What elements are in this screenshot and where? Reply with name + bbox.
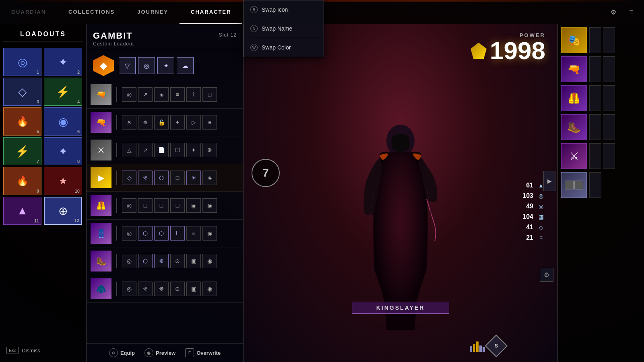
- loadout-slot-4[interactable]: ⚡ 4: [44, 78, 82, 106]
- class-grid-1: [565, 181, 574, 189]
- perk-3-5[interactable]: ✦: [186, 143, 201, 157]
- perk-5-5[interactable]: ▣: [186, 198, 201, 213]
- nav-character[interactable]: CHARACTER: [180, 0, 242, 24]
- mod-slot-3[interactable]: ✦: [157, 57, 174, 74]
- preview-button[interactable]: ◉ Preview: [144, 348, 175, 357]
- mod-slot-4[interactable]: ☁: [177, 57, 194, 74]
- perk-5-2[interactable]: □: [138, 198, 153, 213]
- loadout-slot-8[interactable]: ✦ 8: [44, 137, 82, 165]
- perk-1-2[interactable]: ↗: [138, 87, 153, 102]
- loadout-slot-2[interactable]: ✦ 2: [44, 48, 82, 76]
- perk-8-4[interactable]: ⊙: [170, 282, 185, 296]
- perk-7-4[interactable]: ⊙: [170, 254, 185, 268]
- perk-4-2[interactable]: ❈: [138, 171, 153, 185]
- loadout-slot-11[interactable]: ▲ 11: [3, 197, 41, 225]
- loadout-row-4[interactable]: ▶ ◇ ❈ ⬡ □ ☀ ◈: [87, 164, 243, 192]
- perk-8-3[interactable]: ❋: [154, 282, 169, 296]
- loadout-slot-1[interactable]: ◎ 1: [3, 48, 41, 76]
- perk-2-3[interactable]: 🔒: [154, 115, 169, 130]
- perk-5-3[interactable]: □: [154, 198, 169, 213]
- loadout-row-6[interactable]: 👖 ◎ ⬡ ⬡ L ○ ◉: [87, 220, 243, 247]
- perk-4-5[interactable]: ☀: [186, 171, 201, 185]
- perk-7-2[interactable]: ⬡: [138, 254, 153, 268]
- perk-4-3[interactable]: ⬡: [154, 171, 169, 185]
- nav-collections[interactable]: COLLECTIONS: [57, 0, 126, 24]
- settings-icon[interactable]: ⚙: [540, 268, 553, 282]
- mod-slot-2[interactable]: ◎: [138, 57, 155, 74]
- loadout-row-8[interactable]: 🧥 ◎ ❈ ❋ ⊙ ▣ ◉: [87, 275, 243, 303]
- loadout-row-5[interactable]: 🦺 ◎ □ □ □ ▣ ◉: [87, 192, 243, 220]
- perk-3-3[interactable]: 📄: [154, 143, 169, 157]
- item-thumb-1: 🔫: [91, 84, 111, 105]
- equip-button[interactable]: ⊙ Equip: [109, 348, 135, 357]
- perk-5-1[interactable]: ◎: [122, 198, 136, 213]
- equip-thumb-legs[interactable]: 🥾: [561, 114, 587, 140]
- dismiss-button[interactable]: Esc Dismiss: [6, 347, 40, 354]
- perk-1-5[interactable]: ⌇: [186, 87, 201, 102]
- equip-thumb-chest[interactable]: 🦺: [561, 85, 587, 111]
- perk-3-4[interactable]: ☐: [170, 143, 185, 157]
- perk-7-5[interactable]: ▣: [186, 254, 201, 268]
- perk-3-2[interactable]: ↗: [138, 143, 153, 157]
- loadout-slot-10[interactable]: ★ 10: [44, 167, 82, 195]
- loadout-row-3[interactable]: ⚔ △ ↗ 📄 ☐ ✦ ❋: [87, 136, 243, 164]
- emblem-icon[interactable]: ◆: [93, 55, 114, 76]
- loadout-row-7[interactable]: 🥾 ◎ ⬡ ❋ ⊙ ▣ ◉: [87, 247, 243, 275]
- perk-2-2[interactable]: ✵: [138, 115, 153, 130]
- nav-journey[interactable]: JOURNEY: [126, 0, 180, 24]
- perk-1-4[interactable]: ≡: [170, 87, 185, 102]
- settings-nav-icon[interactable]: ⚙: [607, 6, 620, 19]
- perk-1-1[interactable]: ◎: [122, 87, 136, 102]
- perk-2-6[interactable]: ≡: [202, 115, 217, 130]
- perk-8-1[interactable]: ◎: [122, 282, 136, 296]
- menu-nav-icon[interactable]: ≡: [625, 6, 638, 19]
- perk-4-1[interactable]: ◇: [122, 171, 136, 185]
- loadout-slot-5[interactable]: 🔥 5: [3, 107, 41, 136]
- perk-5-4[interactable]: □: [170, 198, 185, 213]
- loadout-row-2[interactable]: 🔫 ✕ ✵ 🔒 ✦ ▷ ≡: [87, 109, 243, 136]
- loadout-slot-3[interactable]: ◇ 3: [3, 78, 41, 106]
- loadout-row-1[interactable]: 🔫 ◎ ↗ ◈ ≡ ⌇ □: [87, 81, 243, 109]
- nav-guardian[interactable]: GUARDIAN: [0, 0, 57, 24]
- loadout-slot-7[interactable]: ⚡ 7: [3, 137, 41, 165]
- item-thumb-4: ▶: [91, 167, 111, 188]
- mod-slot-1[interactable]: ▽: [119, 57, 136, 74]
- perk-7-1[interactable]: ◎: [122, 254, 136, 268]
- perk-3-6[interactable]: ❋: [202, 143, 217, 157]
- perk-5-6[interactable]: ◉: [202, 198, 217, 213]
- loadout-slot-6[interactable]: ◉ 6: [44, 107, 82, 136]
- perk-6-4[interactable]: L: [170, 226, 185, 241]
- perk-6-1[interactable]: ◎: [122, 226, 136, 241]
- equip-thumb-artifact[interactable]: ⚔: [561, 143, 587, 169]
- loadout-slot-9[interactable]: 🔥 9: [3, 167, 41, 195]
- swap-color-item[interactable]: W Swap Color: [244, 38, 324, 57]
- slot-8-num: 8: [77, 159, 80, 164]
- loadout-slot-12[interactable]: ⊕ 12: [44, 197, 82, 225]
- perk-8-5[interactable]: ▣: [186, 282, 201, 296]
- perk-4-6[interactable]: ◈: [202, 171, 217, 185]
- swap-name-item[interactable]: N Swap Name: [244, 19, 324, 38]
- perk-6-6[interactable]: ◉: [202, 226, 217, 241]
- perk-2-1[interactable]: ✕: [122, 115, 136, 130]
- perk-7-3[interactable]: ❋: [154, 254, 169, 268]
- perk-2-4[interactable]: ✦: [170, 115, 185, 130]
- equip-thumb-class[interactable]: [561, 172, 587, 198]
- perk-6-5[interactable]: ○: [186, 226, 201, 241]
- perk-7-6[interactable]: ◉: [202, 254, 217, 268]
- overwrite-button[interactable]: F Overwrite: [185, 348, 221, 357]
- perk-3-1[interactable]: △: [122, 143, 136, 157]
- perk-8-2[interactable]: ❈: [138, 282, 153, 296]
- equip-thumb-arms[interactable]: 🔫: [561, 56, 587, 82]
- perk-4-4[interactable]: □: [170, 171, 185, 185]
- bottom-diamond[interactable]: S: [485, 335, 508, 358]
- equip-thumb-helmet[interactable]: 🎭: [561, 27, 587, 53]
- perk-1-3[interactable]: ◈: [154, 87, 169, 102]
- perk-6-2[interactable]: ⬡: [138, 226, 153, 241]
- perk-8-6[interactable]: ◉: [202, 282, 217, 296]
- perk-1-6[interactable]: □: [202, 87, 217, 102]
- divider-4: [116, 171, 117, 185]
- right-panel-toggle[interactable]: ▶: [543, 171, 555, 191]
- swap-icon-item[interactable]: R Swap Icon: [244, 0, 324, 19]
- perk-2-5[interactable]: ▷: [186, 115, 201, 130]
- perk-6-3[interactable]: ⬡: [154, 226, 169, 241]
